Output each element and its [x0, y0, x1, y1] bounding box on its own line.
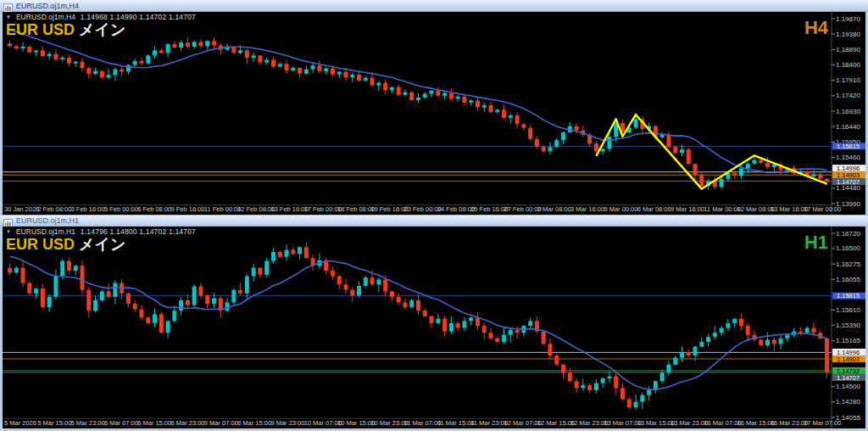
svg-text:16 Mar 07:00: 16 Mar 07:00	[704, 419, 741, 427]
svg-text:12 Feb 08:00: 12 Feb 08:00	[237, 205, 275, 213]
candlestick-chart-h1[interactable]: 1.167201.165001.162751.160551.156101.153…	[3, 227, 865, 428]
svg-text:30 Jan 2026: 30 Jan 2026	[4, 205, 39, 213]
timeframe-label-h1: H1	[804, 232, 828, 254]
svg-text:1.18400: 1.18400	[836, 61, 860, 69]
chart-panel-h1[interactable]: 1.167201.165001.162751.160551.156101.153…	[3, 227, 865, 428]
svg-text:12 Mar 23:00: 12 Mar 23:00	[570, 419, 608, 427]
watermark-symbol: EUR USD	[6, 236, 75, 253]
svg-text:13 Mar 07:00: 13 Mar 07:00	[604, 419, 641, 427]
svg-text:16 Mar 23:00: 16 Mar 23:00	[771, 419, 808, 427]
window-titlebar-h1[interactable]: EURUSD.oj1m,H1	[0, 215, 868, 227]
price-level-boxes: 1.149031.149961.158151.14707	[832, 143, 865, 186]
svg-text:9 Feb 16:00: 9 Feb 16:00	[171, 205, 205, 213]
horizontal-level-lines	[3, 146, 832, 181]
window-title-h1: EURUSD.oj1m,H1	[16, 215, 79, 227]
svg-text:13 Mar 16:00: 13 Mar 16:00	[771, 205, 808, 213]
chart-icon	[3, 216, 13, 226]
svg-text:10 Mar 15:00: 10 Mar 15:00	[337, 419, 375, 427]
svg-text:11 Mar 15:00: 11 Mar 15:00	[437, 419, 475, 427]
svg-text:6 Mar 23:00: 6 Mar 23:00	[171, 419, 205, 427]
svg-text:1.14996: 1.14996	[837, 165, 860, 172]
window-title: EURUSD.oj1m,H4	[16, 0, 79, 12]
svg-text:17 Mar 07:00: 17 Mar 07:00	[804, 419, 841, 427]
watermark-symbol: EUR USD	[6, 21, 75, 38]
svg-text:11 Feb 00:00: 11 Feb 00:00	[204, 205, 242, 213]
svg-text:13 Mar 23:00: 13 Mar 23:00	[670, 419, 708, 427]
svg-text:12 Mar 08:00: 12 Mar 08:00	[737, 205, 775, 213]
svg-text:17 Feb 00:00: 17 Feb 00:00	[304, 205, 342, 213]
svg-text:16 Mar 15:00: 16 Mar 15:00	[737, 419, 775, 427]
svg-text:11 Mar 07:00: 11 Mar 07:00	[404, 419, 442, 427]
candlestick-chart-h4[interactable]: 1.198701.193801.188901.184001.179101.174…	[3, 12, 865, 215]
svg-text:2 Mar 08:00: 2 Mar 08:00	[537, 205, 571, 213]
svg-text:9 Mar 07:00: 9 Mar 07:00	[204, 419, 238, 427]
svg-text:6 Mar 08:00: 6 Mar 08:00	[637, 205, 671, 213]
svg-text:1.15815: 1.15815	[837, 143, 860, 150]
svg-text:1.16055: 1.16055	[836, 276, 860, 283]
svg-text:1.14707: 1.14707	[837, 178, 860, 186]
svg-text:1.14280: 1.14280	[836, 398, 860, 406]
svg-text:5 Mar 2026: 5 Mar 2026	[4, 419, 36, 427]
svg-text:1.19380: 1.19380	[836, 31, 860, 38]
svg-text:5 Mar 15:00: 5 Mar 15:00	[37, 419, 71, 427]
svg-text:10 Mar 23:00: 10 Mar 23:00	[370, 419, 408, 427]
svg-text:18 Feb 08:00: 18 Feb 08:00	[337, 205, 375, 213]
svg-text:1.16500: 1.16500	[836, 244, 860, 252]
svg-text:1.17420: 1.17420	[836, 92, 860, 99]
svg-text:11 Mar 23:00: 11 Mar 23:00	[470, 419, 508, 427]
svg-text:1.19870: 1.19870	[836, 15, 860, 23]
svg-text:1.14707: 1.14707	[837, 374, 860, 382]
svg-text:5 Feb 00:00: 5 Feb 00:00	[104, 205, 138, 213]
svg-text:1.14996: 1.14996	[837, 349, 860, 356]
svg-text:1.16275: 1.16275	[836, 260, 860, 268]
mt4-window: EURUSD.oj1m,H4 1.198701.193801.188901.18…	[0, 0, 868, 431]
svg-text:1.16930: 1.16930	[836, 108, 860, 115]
chart-icon	[3, 1, 13, 10]
svg-text:11 Mar 00:00: 11 Mar 00:00	[704, 205, 741, 213]
svg-text:6 Mar 15:00: 6 Mar 15:00	[137, 419, 171, 427]
svg-text:10 Mar 07:00: 10 Mar 07:00	[304, 419, 342, 427]
svg-text:1.18890: 1.18890	[836, 46, 860, 53]
svg-text:1.16720: 1.16720	[836, 230, 860, 238]
svg-text:25 Feb 16:00: 25 Feb 16:00	[470, 205, 508, 213]
moving-average-line	[10, 256, 827, 389]
svg-text:3 Feb 16:00: 3 Feb 16:00	[71, 205, 105, 213]
svg-text:9 Mar 15:00: 9 Mar 15:00	[237, 419, 271, 427]
svg-text:5 Mar 23:00: 5 Mar 23:00	[71, 419, 105, 427]
zigzag-indicator-line	[596, 115, 826, 189]
svg-text:2 Feb 08:00: 2 Feb 08:00	[37, 205, 71, 213]
svg-text:9 Mar 23:00: 9 Mar 23:00	[270, 419, 304, 427]
svg-text:1.14903: 1.14903	[837, 355, 860, 363]
svg-text:9 Mar 16:00: 9 Mar 16:00	[670, 205, 704, 213]
window-titlebar-h4[interactable]: EURUSD.oj1m,H4	[0, 0, 868, 12]
svg-text:1.15165: 1.15165	[836, 337, 860, 344]
svg-text:13 Mar 15:00: 13 Mar 15:00	[637, 419, 675, 427]
svg-text:13 Feb 16:00: 13 Feb 16:00	[270, 205, 308, 213]
watermark-h4: EUR USD メイン	[6, 20, 125, 40]
svg-text:24 Feb 08:00: 24 Feb 08:00	[437, 205, 475, 213]
svg-text:6 Mar 07:00: 6 Mar 07:00	[104, 419, 138, 427]
watermark-h1: EUR USD メイン	[6, 234, 125, 255]
svg-text:12 Mar 07:00: 12 Mar 07:00	[504, 419, 542, 427]
svg-text:19 Feb 16:00: 19 Feb 16:00	[370, 205, 408, 213]
svg-text:1.15610: 1.15610	[836, 306, 860, 314]
svg-text:12 Mar 15:00: 12 Mar 15:00	[537, 419, 575, 427]
svg-text:5 Mar 00:00: 5 Mar 00:00	[604, 205, 637, 213]
svg-text:27 Feb 00:00: 27 Feb 00:00	[504, 205, 542, 213]
candles	[8, 242, 829, 409]
svg-text:1.16440: 1.16440	[836, 123, 860, 131]
svg-text:3 Mar 16:00: 3 Mar 16:00	[570, 205, 604, 213]
price-axis[interactable]: 1.167201.165001.162751.160551.156101.153…	[832, 227, 860, 428]
watermark-suffix: メイン	[79, 21, 125, 38]
svg-text:1.15460: 1.15460	[836, 154, 860, 161]
svg-text:1.17910: 1.17910	[836, 76, 860, 84]
svg-text:23 Feb 00:00: 23 Feb 00:00	[404, 205, 442, 213]
svg-text:1.15815: 1.15815	[837, 292, 860, 299]
svg-text:6 Feb 08:00: 6 Feb 08:00	[137, 205, 171, 213]
chart-panel-h4[interactable]: 1.198701.193801.188901.184001.179101.174…	[3, 12, 865, 215]
svg-text:1.15390: 1.15390	[836, 322, 860, 329]
time-axis[interactable]: 5 Mar 20265 Mar 15:005 Mar 23:006 Mar 07…	[4, 419, 841, 427]
svg-text:1.14500: 1.14500	[836, 383, 860, 390]
time-axis[interactable]: 30 Jan 20262 Feb 08:003 Feb 16:005 Feb 0…	[4, 205, 841, 213]
timeframe-label-h4: H4	[804, 17, 828, 39]
